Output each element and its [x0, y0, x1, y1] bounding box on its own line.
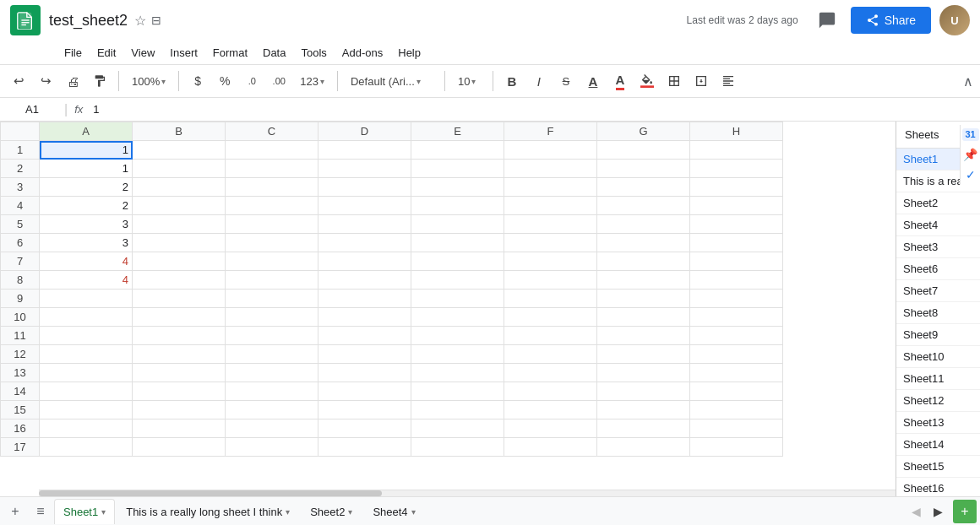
col-header-A[interactable]: A	[40, 122, 133, 141]
cell-A1[interactable]: 1	[40, 141, 133, 160]
cell-D16[interactable]	[318, 419, 411, 438]
cell-D15[interactable]	[318, 401, 411, 419]
cell-D6[interactable]	[318, 234, 411, 252]
cell-H11[interactable]	[690, 327, 783, 345]
menu-help[interactable]: Help	[391, 44, 427, 62]
cell-A6[interactable]: 3	[40, 234, 133, 252]
cell-B5[interactable]	[133, 215, 226, 234]
cell-A7[interactable]: 4	[40, 252, 133, 271]
cell-A3[interactable]: 2	[40, 178, 133, 197]
cell-E10[interactable]	[411, 308, 504, 327]
cell-E13[interactable]	[411, 364, 504, 382]
cell-G7[interactable]	[597, 252, 690, 271]
user-avatar[interactable]: U	[939, 5, 970, 35]
sheet-tab-sheet2-arrow[interactable]: ▾	[348, 507, 352, 517]
cell-H5[interactable]	[690, 215, 783, 234]
cell-A12[interactable]	[40, 345, 133, 364]
cell-D13[interactable]	[318, 364, 411, 382]
cell-B8[interactable]	[133, 271, 226, 290]
cell-B1[interactable]	[133, 141, 226, 160]
format-type-dropdown[interactable]: 123 ▾	[294, 69, 330, 93]
cell-B13[interactable]	[133, 364, 226, 382]
cell-C1[interactable]	[226, 141, 318, 160]
cell-E17[interactable]	[411, 438, 504, 457]
all-sheets-button[interactable]: ≡	[29, 500, 52, 523]
col-header-E[interactable]: E	[411, 122, 504, 141]
cell-C10[interactable]	[226, 308, 318, 327]
add-sheet-button[interactable]: +	[3, 500, 27, 523]
check-sidebar-button[interactable]: ✓	[966, 168, 976, 181]
cell-F16[interactable]	[504, 419, 597, 438]
cell-A17[interactable]	[40, 438, 133, 457]
cell-A9[interactable]	[40, 290, 133, 308]
cell-G16[interactable]	[597, 419, 690, 438]
cell-C6[interactable]	[226, 234, 318, 252]
cell-B10[interactable]	[133, 308, 226, 327]
cell-H9[interactable]	[690, 290, 783, 308]
cell-C4[interactable]	[226, 197, 318, 215]
cell-H6[interactable]	[690, 234, 783, 252]
cell-C9[interactable]	[226, 290, 318, 308]
cell-C12[interactable]	[226, 345, 318, 364]
decimal-more-button[interactable]: .00	[267, 69, 291, 93]
cell-H14[interactable]	[690, 382, 783, 401]
merge-cells-button[interactable]	[689, 69, 713, 93]
cell-F12[interactable]	[504, 345, 597, 364]
cell-F11[interactable]	[504, 327, 597, 345]
grid-scroll-area[interactable]: A B C D E F G H 112132425363748491011121…	[0, 122, 896, 496]
pin-sidebar-button[interactable]: 📌	[963, 148, 977, 161]
cell-D14[interactable]	[318, 382, 411, 401]
sheet-tab-sheet1[interactable]: Sheet1 ▾	[54, 499, 115, 524]
cell-C8[interactable]	[226, 271, 318, 290]
fill-color-button[interactable]	[635, 69, 659, 93]
cell-H8[interactable]	[690, 271, 783, 290]
cell-B11[interactable]	[133, 327, 226, 345]
cell-F13[interactable]	[504, 364, 597, 382]
font-family-dropdown[interactable]: Default (Ari... ▾	[345, 69, 438, 93]
cell-B15[interactable]	[133, 401, 226, 419]
menu-addons[interactable]: Add-ons	[335, 44, 389, 62]
menu-edit[interactable]: Edit	[90, 44, 122, 62]
bold-button[interactable]: B	[500, 69, 524, 93]
cell-B7[interactable]	[133, 252, 226, 271]
print-button[interactable]: 🖨	[61, 69, 84, 93]
cell-E9[interactable]	[411, 290, 504, 308]
cell-D11[interactable]	[318, 327, 411, 345]
cell-H3[interactable]	[690, 178, 783, 197]
cell-reference-input[interactable]	[7, 103, 57, 116]
cell-G9[interactable]	[597, 290, 690, 308]
zoom-dropdown[interactable]: 100% ▾	[126, 69, 172, 93]
cell-D17[interactable]	[318, 438, 411, 457]
cell-A14[interactable]	[40, 382, 133, 401]
sheet-tab-sheet4[interactable]: Sheet4 ▾	[363, 499, 424, 524]
cell-E6[interactable]	[411, 234, 504, 252]
cell-F8[interactable]	[504, 271, 597, 290]
cell-E16[interactable]	[411, 419, 504, 438]
cell-A2[interactable]: 1	[40, 160, 133, 178]
sheets-panel-item-6[interactable]: Sheet7	[896, 280, 980, 302]
italic-button[interactable]: I	[527, 69, 551, 93]
sheets-panel-item-7[interactable]: Sheet8	[896, 302, 980, 324]
sheets-panel-item-11[interactable]: Sheet12	[896, 390, 980, 412]
cell-C16[interactable]	[226, 419, 318, 438]
cell-E14[interactable]	[411, 382, 504, 401]
cell-B14[interactable]	[133, 382, 226, 401]
sheets-panel-item-8[interactable]: Sheet9	[896, 324, 980, 346]
cell-G15[interactable]	[597, 401, 690, 419]
cell-D3[interactable]	[318, 178, 411, 197]
cell-C3[interactable]	[226, 178, 318, 197]
menu-format[interactable]: Format	[206, 44, 254, 62]
cell-F4[interactable]	[504, 197, 597, 215]
cell-G13[interactable]	[597, 364, 690, 382]
cell-H4[interactable]	[690, 197, 783, 215]
cell-C11[interactable]	[226, 327, 318, 345]
cell-H17[interactable]	[690, 438, 783, 457]
cell-E1[interactable]	[411, 141, 504, 160]
cell-G5[interactable]	[597, 215, 690, 234]
cell-B2[interactable]	[133, 160, 226, 178]
cell-A13[interactable]	[40, 364, 133, 382]
cell-F6[interactable]	[504, 234, 597, 252]
sheets-panel-item-5[interactable]: Sheet6	[896, 258, 980, 280]
sheets-panel-item-2[interactable]: Sheet2	[896, 192, 980, 214]
cell-D7[interactable]	[318, 252, 411, 271]
